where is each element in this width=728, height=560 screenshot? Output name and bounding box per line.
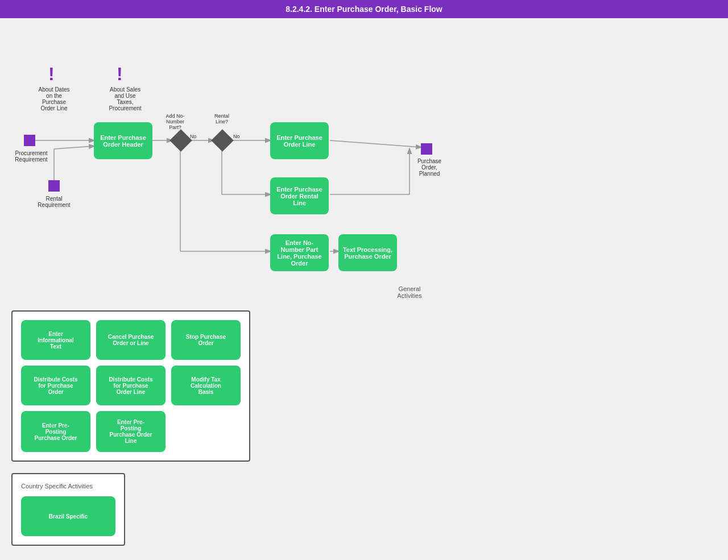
enter-informational-text-btn[interactable]: EnterInformationalText — [21, 320, 90, 360]
rental-line-diamond — [211, 129, 234, 152]
about-dates-icon: ! — [48, 64, 55, 85]
stop-po-btn[interactable]: Stop PurchaseOrder — [171, 320, 241, 360]
enter-po-rental-line-btn[interactable]: Enter PurchaseOrder RentalLine — [270, 177, 329, 214]
rental-req-box — [48, 180, 60, 192]
rental-req-label: RentalRequirement — [34, 196, 74, 208]
enter-pre-posting-po-btn[interactable]: Enter Pre-PostingPurchase Order — [21, 411, 90, 452]
purchase-order-planned-label: PurchaseOrder,Planned — [410, 158, 449, 177]
title-bar: 8.2.4.2. Enter Purchase Order, Basic Flo… — [0, 0, 728, 18]
country-title: Country Specific Activities — [21, 483, 115, 490]
procurement-req-box — [24, 135, 35, 146]
flow-diagram: ! About Dateson thePurchaseOrder Line ! … — [11, 30, 466, 285]
enter-po-header-btn[interactable]: Enter PurchaseOrder Header — [94, 122, 152, 159]
country-specific-box: Country Specific Activities Brazil Speci… — [11, 473, 125, 546]
general-activities-box: EnterInformationalText Cancel PurchaseOr… — [11, 310, 250, 462]
page-title: 8.2.4.2. Enter Purchase Order, Basic Flo… — [286, 5, 442, 14]
no1-label: No — [190, 134, 197, 139]
distribute-costs-pol-btn[interactable]: Distribute Costsfor PurchaseOrder Line — [96, 366, 166, 405]
about-dates-label: About Dateson thePurchaseOrder Line — [31, 86, 77, 111]
general-activities-label: GeneralActivities — [102, 285, 717, 299]
enter-pre-posting-pol-btn[interactable]: Enter Pre-PostingPurchase OrderLine — [96, 411, 166, 452]
no2-label: No — [233, 134, 240, 139]
enter-no-number-btn[interactable]: Enter No-Number PartLine, PurchaseOrder — [270, 234, 329, 271]
activities-grid: EnterInformationalText Cancel PurchaseOr… — [21, 320, 241, 452]
svg-line-6 — [330, 140, 421, 147]
text-processing-btn[interactable]: Text Processing,Purchase Order — [338, 234, 397, 271]
about-sales-icon: ! — [117, 64, 123, 85]
add-no-number-label: Add No-NumberPart? — [158, 113, 192, 130]
distribute-costs-po-btn[interactable]: Distribute Costsfor PurchaseOrder — [21, 366, 90, 405]
rental-line-label: RentalLine? — [208, 113, 236, 125]
cancel-po-line-btn[interactable]: Cancel PurchaseOrder or Line — [96, 320, 166, 360]
diagram-arrows — [11, 30, 466, 285]
procurement-req-label: ProcurementRequirement — [11, 150, 51, 163]
modify-tax-btn[interactable]: Modify TaxCalculationBasis — [171, 366, 241, 405]
about-sales-label: About Salesand UseTaxes,Procurement — [102, 86, 148, 111]
enter-po-line-btn[interactable]: Enter PurchaseOrder Line — [270, 122, 329, 159]
svg-line-2 — [54, 146, 94, 149]
brazil-specific-btn[interactable]: Brazil Specific — [21, 496, 115, 536]
purchase-order-planned-box — [421, 143, 432, 155]
add-no-number-diamond — [169, 129, 192, 152]
